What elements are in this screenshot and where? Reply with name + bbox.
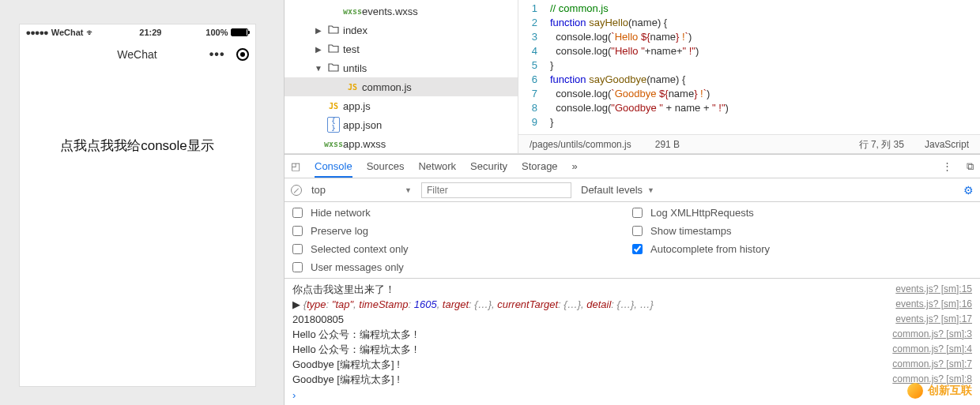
file-path: /pages/untils/common.js — [530, 137, 631, 152]
devtools-tabs: ◰ ConsoleSourcesNetworkSecurityStorage» … — [285, 155, 980, 178]
kebab-icon[interactable]: ⋮ — [942, 160, 952, 172]
json-file-icon: { } — [327, 117, 340, 133]
devtools: ◰ ConsoleSourcesNetworkSecurityStorage» … — [285, 154, 980, 405]
levels-dropdown[interactable]: Default levels — [581, 184, 654, 196]
gear-icon[interactable]: ⚙ — [963, 184, 974, 197]
console-options: Hide networkPreserve logSelected context… — [285, 202, 980, 279]
folder-icon — [324, 63, 343, 73]
tree-item-events-wxss[interactable]: wxssevents.wxss — [285, 2, 518, 21]
source-link[interactable]: events.js? [sm]:16 — [895, 297, 972, 312]
tree-item-index[interactable]: ▶index — [285, 21, 518, 39]
source-link[interactable]: common.js? [sm]:4 — [892, 342, 972, 357]
console-output[interactable]: 你点击我这里出来了！events.js? [sm]:15▶ {type: "ta… — [285, 279, 980, 405]
tree-label: untils — [343, 62, 367, 74]
console-line[interactable]: Goodbye [编程坑太多] !common.js? [sm]:7 — [292, 357, 972, 372]
nav-title: WeChat — [117, 48, 156, 61]
watermark: 创新互联 — [907, 383, 972, 399]
console-line[interactable]: Hello 公众号：编程坑太多 !common.js? [sm]:4 — [292, 342, 972, 357]
clear-console-icon[interactable] — [291, 185, 302, 196]
lang-label: JavaScript — [925, 137, 969, 152]
opt-show-timestamps[interactable]: Show timestamps — [632, 225, 972, 237]
expand-icon[interactable]: ▶ — [313, 45, 324, 54]
opt-autocomplete-from-history[interactable]: Autocomplete from history — [632, 243, 972, 255]
status-bar: ●●●●● WeChat ᯤ 21:29 100% — [20, 24, 255, 40]
tab-sources[interactable]: Sources — [367, 160, 405, 172]
tree-label: common.js — [362, 81, 412, 93]
tree-item-test[interactable]: ▶test — [285, 39, 518, 58]
source-link[interactable]: common.js? [sm]:3 — [892, 327, 972, 342]
opt-log-xmlhttprequests[interactable]: Log XMLHttpRequests — [632, 207, 972, 219]
simulator-pane: ●●●●● WeChat ᯤ 21:29 100% WeChat ••• 点我点… — [0, 0, 284, 405]
source-link[interactable]: events.js? [sm]:17 — [895, 312, 972, 327]
clock-label: 21:29 — [139, 28, 161, 37]
battery-pct: 100% — [205, 28, 228, 37]
tree-label: app.js — [343, 100, 371, 112]
console-prompt[interactable]: › — [292, 387, 972, 403]
opt-selected-context-only[interactable]: Selected context only — [292, 243, 632, 255]
source-link[interactable]: common.js? [sm]:7 — [892, 357, 972, 372]
source-link[interactable]: events.js? [sm]:15 — [895, 282, 972, 297]
code-line[interactable]: } — [550, 58, 980, 73]
folder-icon — [324, 25, 343, 36]
line-gutter: 123456789 — [518, 0, 544, 153]
editor-statusline: /pages/untils/common.js 291 B 行 7, 列 35 … — [518, 134, 980, 153]
console-line[interactable]: 你点击我这里出来了！events.js? [sm]:15 — [292, 282, 972, 297]
page-content[interactable]: 点我点我我给console显示 — [20, 69, 255, 155]
dev-panel: wxssevents.wxss▶index▶test▼untilsJScommo… — [284, 0, 980, 405]
code-line[interactable]: function sayHello(name) { — [550, 16, 980, 30]
more-tabs-icon[interactable]: » — [572, 160, 578, 172]
tree-label: events.wxss — [362, 6, 418, 17]
filter-input[interactable] — [421, 182, 571, 198]
tree-label: index — [343, 24, 368, 36]
cursor-pos: 行 7, 列 35 — [859, 137, 904, 152]
inspect-icon[interactable]: ◰ — [291, 160, 300, 172]
watermark-logo-icon — [907, 383, 923, 399]
dock-icon[interactable]: ⧉ — [967, 160, 974, 173]
tree-label: app.wxss — [343, 138, 386, 150]
tab-network[interactable]: Network — [418, 160, 456, 172]
tab-storage[interactable]: Storage — [522, 160, 558, 172]
js-file-icon: JS — [324, 102, 343, 111]
wifi-icon: ᯤ — [86, 28, 95, 37]
tree-item-untils[interactable]: ▼untils — [285, 58, 518, 77]
console-line[interactable]: ▶ {type: "tap", timeStamp: 1605, target:… — [292, 297, 972, 312]
nav-bar: WeChat ••• — [20, 40, 255, 69]
file-tree[interactable]: wxssevents.wxss▶index▶test▼untilsJScommo… — [285, 0, 518, 153]
tree-item-app-wxss[interactable]: wxssapp.wxss — [285, 134, 518, 153]
code-line[interactable]: // common.js — [550, 2, 980, 16]
tab-console[interactable]: Console — [315, 160, 352, 178]
opt-user-messages-only[interactable]: User messages only — [292, 261, 632, 273]
wxss-file-icon: wxss — [343, 7, 362, 16]
code-line[interactable]: console.log(`Goodbye ${name} !`) — [550, 87, 980, 101]
target-icon[interactable] — [236, 48, 249, 61]
console-line[interactable]: Hello 公众号：编程坑太多 !common.js? [sm]:3 — [292, 327, 972, 342]
code-line[interactable]: function sayGoodbye(name) { — [550, 73, 980, 87]
code-line[interactable]: console.log(`Hello ${name} !`) — [550, 30, 980, 44]
expand-icon[interactable]: ▶ — [313, 26, 324, 35]
js-file-icon: JS — [343, 83, 362, 92]
opt-preserve-log[interactable]: Preserve log — [292, 225, 632, 237]
more-icon[interactable]: ••• — [209, 47, 225, 62]
tree-label: app.json — [343, 119, 382, 131]
console-line[interactable]: 201800805events.js? [sm]:17 — [292, 312, 972, 327]
signal-icon: ●●●●● — [26, 28, 48, 37]
tree-item-app-json[interactable]: { }app.json — [285, 115, 518, 134]
tree-label: test — [343, 43, 360, 55]
console-line[interactable]: Goodbye [编程坑太多] !common.js? [sm]:8 — [292, 372, 972, 387]
console-toolbar: top Default levels ⚙ — [285, 178, 980, 202]
code-editor[interactable]: 123456789 // common.jsfunction sayHello(… — [518, 0, 980, 153]
opt-hide-network[interactable]: Hide network — [292, 207, 632, 219]
code-line[interactable]: console.log("Goodbye " + name + " !") — [550, 101, 980, 115]
tab-security[interactable]: Security — [470, 160, 507, 172]
code-line[interactable]: } — [550, 115, 980, 129]
context-dropdown[interactable]: top — [311, 184, 412, 196]
code-line[interactable]: console.log("Hello "+name+" !") — [550, 44, 980, 58]
battery-icon — [231, 28, 248, 36]
tree-item-app-js[interactable]: JSapp.js — [285, 96, 518, 115]
file-size: 291 B — [655, 137, 680, 152]
tree-item-common-js[interactable]: JScommon.js — [285, 77, 518, 96]
phone-frame: ●●●●● WeChat ᯤ 21:29 100% WeChat ••• 点我点… — [19, 24, 256, 387]
carrier-label: WeChat — [51, 28, 84, 37]
expand-icon[interactable]: ▼ — [313, 64, 324, 73]
folder-icon — [324, 44, 343, 54]
